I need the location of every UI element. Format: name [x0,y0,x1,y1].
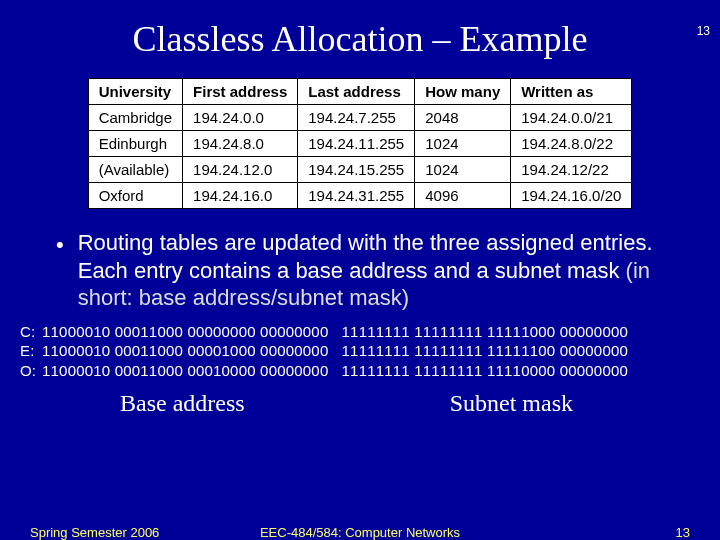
slide-footer: Spring Semester 2006 EEC-484/584: Comput… [0,525,720,540]
cell: 1024 [415,131,511,157]
label-subnet-mask: Subnet mask [450,390,573,417]
binary-base: 11000010 00011000 00010000 00000000 [42,362,328,379]
th-university: University [88,79,182,105]
label-base-address: Base address [120,390,245,417]
table-row: Edinburgh 194.24.8.0 194.24.11.255 1024 … [88,131,632,157]
cell: 194.24.16.0 [183,183,298,209]
cell: (Available) [88,157,182,183]
binary-row: E:11000010 00011000 00001000 00000000 11… [20,341,720,361]
cell: 194.24.7.255 [298,105,415,131]
cell: Oxford [88,183,182,209]
cell: 194.24.0.0 [183,105,298,131]
cell: Cambridge [88,105,182,131]
bullet-text: Routing tables are updated with the thre… [78,229,680,312]
binary-label: E: [20,341,42,361]
bullet-point: • Routing tables are updated with the th… [56,229,680,312]
binary-mask: 11111111 11111111 11111100 00000000 [342,342,628,359]
binary-row: O:11000010 00011000 00010000 00000000 11… [20,361,720,381]
binary-row: C:11000010 00011000 00000000 00000000 11… [20,322,720,342]
page-number-top: 13 [697,24,710,38]
cell: 4096 [415,183,511,209]
binary-block: C:11000010 00011000 00000000 00000000 11… [20,322,720,381]
table-header-row: University First address Last address Ho… [88,79,632,105]
cell: 194.24.31.255 [298,183,415,209]
cell: Edinburgh [88,131,182,157]
cell: 194.24.11.255 [298,131,415,157]
binary-mask: 11111111 11111111 11110000 00000000 [342,362,628,379]
th-first-address: First address [183,79,298,105]
cell: 2048 [415,105,511,131]
slide-title: Classless Allocation – Example [0,18,720,60]
binary-label: C: [20,322,42,342]
bullet-main: Routing tables are updated with the thre… [78,230,653,283]
th-how-many: How many [415,79,511,105]
cell: 194.24.16.0/20 [511,183,632,209]
table-row: Cambridge 194.24.0.0 194.24.7.255 2048 1… [88,105,632,131]
binary-label: O: [20,361,42,381]
bullet-dot-icon: • [56,231,64,259]
footer-center: EEC-484/584: Computer Networks [0,525,720,540]
table-row: (Available) 194.24.12.0 194.24.15.255 10… [88,157,632,183]
cell: 194.24.8.0/22 [511,131,632,157]
cell: 194.24.0.0/21 [511,105,632,131]
cell: 194.24.15.255 [298,157,415,183]
binary-base: 11000010 00011000 00001000 00000000 [42,342,328,359]
cell: 194.24.12/22 [511,157,632,183]
table-row: Oxford 194.24.16.0 194.24.31.255 4096 19… [88,183,632,209]
cell: 194.24.8.0 [183,131,298,157]
cell: 194.24.12.0 [183,157,298,183]
binary-mask: 11111111 11111111 11111000 00000000 [342,323,628,340]
column-labels: Base address Subnet mask [0,390,720,417]
allocation-table-wrap: University First address Last address Ho… [0,78,720,209]
th-last-address: Last address [298,79,415,105]
allocation-table: University First address Last address Ho… [88,78,633,209]
th-written-as: Written as [511,79,632,105]
binary-base: 11000010 00011000 00000000 00000000 [42,323,328,340]
cell: 1024 [415,157,511,183]
